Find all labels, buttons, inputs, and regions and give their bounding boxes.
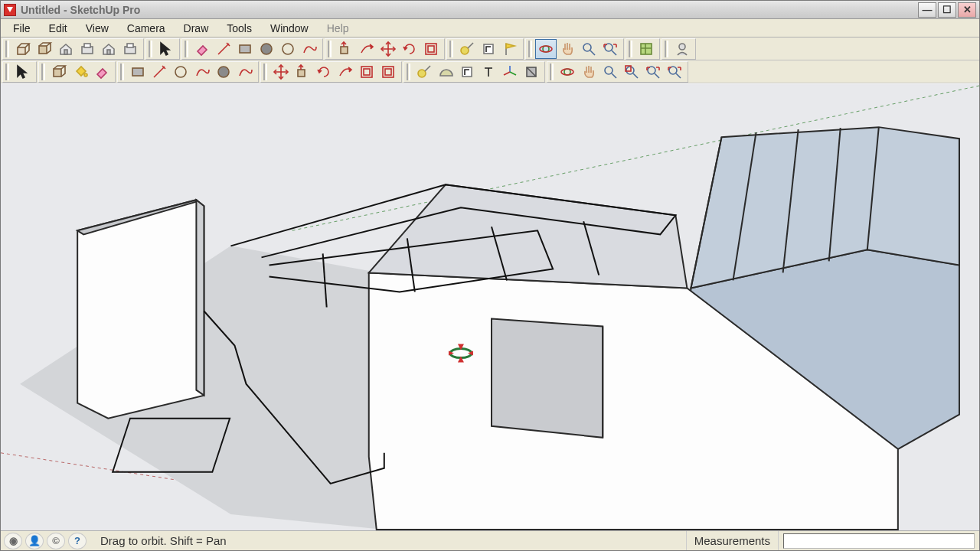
toolbar-grip-icon[interactable] <box>120 64 124 80</box>
toolbar-grip-icon[interactable] <box>629 41 632 57</box>
instructor-icon[interactable] <box>671 39 693 59</box>
svg-rect-2 <box>64 50 67 54</box>
toolbar-grip-icon[interactable] <box>5 64 9 80</box>
titlebar[interactable]: Untitled - SketchUp Pro — ☐ ✕ <box>1 1 979 19</box>
help-icon[interactable]: ? <box>68 533 87 549</box>
circle-filled-icon[interactable] <box>256 39 277 59</box>
component-2-icon[interactable] <box>48 62 70 82</box>
menu-draw[interactable]: Draw <box>175 20 218 37</box>
orbit-icon[interactable] <box>535 39 557 59</box>
menu-edit[interactable]: Edit <box>40 20 77 37</box>
tape-icon[interactable] <box>456 39 478 59</box>
svg-rect-19 <box>641 44 652 54</box>
toolbar-grip-icon[interactable] <box>5 41 9 57</box>
credits-icon[interactable]: © <box>47 533 65 549</box>
geo-location-icon[interactable]: ◉ <box>4 533 22 549</box>
tool-group <box>260 61 402 83</box>
toolbar-grip-icon[interactable] <box>550 64 554 80</box>
rotate-icon[interactable] <box>399 39 420 59</box>
pushpull-2-icon[interactable] <box>292 62 313 82</box>
rectangle-icon[interactable] <box>234 39 256 59</box>
freehand-icon[interactable] <box>299 39 320 59</box>
toolbar-grip-icon[interactable] <box>41 64 45 80</box>
orbit-2-icon[interactable] <box>557 62 578 82</box>
toolbar-grip-icon[interactable] <box>449 41 453 57</box>
offset-2-icon[interactable] <box>377 62 399 82</box>
house-icon[interactable] <box>55 39 77 59</box>
tool-group <box>626 38 660 60</box>
toolbar-grip-icon[interactable] <box>185 41 188 57</box>
svg-point-10 <box>283 44 293 54</box>
zoom-extents-icon[interactable] <box>599 39 621 59</box>
paintbucket-icon[interactable] <box>70 62 91 82</box>
measurements-input[interactable] <box>783 533 975 549</box>
pan-icon[interactable] <box>557 39 578 59</box>
dimension-icon[interactable] <box>456 62 478 82</box>
select-arrow-2-icon[interactable] <box>12 62 34 82</box>
svg-point-24 <box>175 67 186 77</box>
zoom-2-icon[interactable] <box>599 62 621 82</box>
toolbar-grip-icon[interactable] <box>328 41 332 57</box>
circle-2-icon[interactable] <box>170 62 191 82</box>
move-2-icon[interactable] <box>270 62 292 82</box>
zoom-extents-2-icon[interactable] <box>642 62 664 82</box>
toolbar-row-1 <box>1 37 979 60</box>
select-arrow-icon[interactable] <box>155 39 177 59</box>
menu-file[interactable]: File <box>4 20 40 37</box>
arc-icon[interactable] <box>191 62 213 82</box>
toolbar-grip-icon[interactable] <box>528 41 532 57</box>
model-viewport[interactable] <box>1 83 979 530</box>
box-icon[interactable] <box>119 39 141 59</box>
menu-view[interactable]: View <box>77 20 118 37</box>
statusbar: ◉ 👤 © ? Drag to orbit. Shift = Pan Measu… <box>1 530 979 550</box>
menu-tools[interactable]: Tools <box>217 20 261 37</box>
tool-group <box>38 61 116 83</box>
freehand-2-icon[interactable] <box>234 62 256 82</box>
component-icon[interactable] <box>34 39 55 59</box>
protractor-icon[interactable] <box>435 62 456 82</box>
scale-icon[interactable] <box>356 62 377 82</box>
followme-2-icon[interactable] <box>335 62 356 82</box>
pushpull-icon[interactable] <box>335 39 356 59</box>
text-icon[interactable] <box>478 62 499 82</box>
close-button[interactable]: ✕ <box>958 2 976 18</box>
maximize-button[interactable]: ☐ <box>938 2 956 18</box>
eraser-2-icon[interactable] <box>91 62 113 82</box>
previous-icon[interactable] <box>664 62 685 82</box>
yellow-flag-icon[interactable] <box>499 39 521 59</box>
section-icon[interactable] <box>521 62 542 82</box>
map-icon[interactable] <box>635 39 657 59</box>
svg-point-16 <box>543 46 549 52</box>
menu-help[interactable]: Help <box>318 20 358 37</box>
circle-outline-icon[interactable] <box>277 39 299 59</box>
zoom-icon[interactable] <box>578 39 599 59</box>
menu-camera[interactable]: Camera <box>118 20 175 37</box>
svg-rect-0 <box>18 47 25 54</box>
house-plus-icon[interactable] <box>98 39 119 59</box>
toolbar-grip-icon[interactable] <box>665 41 668 57</box>
move-icon[interactable] <box>377 39 399 59</box>
pencil-icon[interactable] <box>213 39 234 59</box>
minimize-button[interactable]: — <box>918 2 936 18</box>
toolbar-grip-icon[interactable] <box>263 64 267 80</box>
axes-icon[interactable] <box>499 62 521 82</box>
model-icon[interactable] <box>12 39 34 59</box>
svg-marker-54 <box>492 319 603 438</box>
zoom-window-icon[interactable] <box>621 62 642 82</box>
text-dim-icon[interactable] <box>478 39 499 59</box>
pan-2-icon[interactable] <box>578 62 599 82</box>
print-icon[interactable] <box>77 39 98 59</box>
offset-icon[interactable] <box>420 39 442 59</box>
svg-marker-59 <box>196 200 204 395</box>
menu-window[interactable]: Window <box>261 20 318 37</box>
user-icon[interactable]: 👤 <box>25 533 44 549</box>
rectangle-2-icon[interactable] <box>127 62 149 82</box>
tape-2-icon[interactable] <box>413 62 435 82</box>
polygon-icon[interactable] <box>213 62 234 82</box>
toolbar-grip-icon[interactable] <box>407 64 410 80</box>
followme-1-icon[interactable] <box>356 39 377 59</box>
rotate-2-icon[interactable] <box>313 62 335 82</box>
line-icon[interactable] <box>149 62 170 82</box>
eraser-icon[interactable] <box>191 39 213 59</box>
toolbar-grip-icon[interactable] <box>149 41 152 57</box>
